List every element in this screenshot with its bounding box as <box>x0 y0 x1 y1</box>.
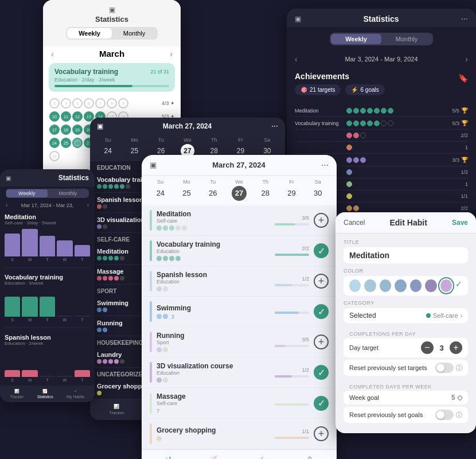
week-row-main: Su 24 Mo 25 Tu 26 We 27 Th 28 Fr 29 Sa 3… <box>142 176 337 205</box>
stat-dot <box>353 205 359 211</box>
stat-dot <box>374 108 380 114</box>
menu-icon: ▣ <box>6 175 11 181</box>
add-habit-btn[interactable]: + <box>314 426 329 441</box>
habit-stat-score: 3/3 <box>452 157 459 163</box>
category-selector[interactable]: Selected Self-care › <box>344 308 468 323</box>
nav-settings[interactable]: ⚙ Settings <box>300 456 319 459</box>
habit-stat-score: 1/2 <box>461 169 468 175</box>
check-habit-btn[interactable]: ✓ <box>314 304 329 319</box>
habits-icon: ✓ <box>74 389 77 394</box>
stat-dot <box>374 120 380 126</box>
color-option[interactable] <box>380 279 391 292</box>
stats-left-header: ▣ Statistics <box>0 169 95 186</box>
next-week-btn[interactable]: › <box>465 55 468 64</box>
tab-weekly-dark[interactable]: Weekly <box>331 34 381 44</box>
nav-myhabits[interactable]: ✓ My Habits <box>251 456 274 459</box>
chart-bar <box>40 236 55 256</box>
chart-bar <box>57 240 72 256</box>
stat-dot <box>346 169 352 175</box>
habit-stat-score: 5/3 <box>452 120 459 126</box>
day-cell: Mo 25 <box>174 179 200 202</box>
add-habit-btn[interactable]: + <box>314 213 329 228</box>
day-cell: Th 28 <box>252 179 279 202</box>
next-btn[interactable]: › <box>87 202 89 208</box>
add-habit-btn[interactable]: + <box>314 334 329 349</box>
save-button[interactable]: Save <box>452 219 468 227</box>
circle-dot: 7 <box>95 98 106 108</box>
day-cell-today[interactable]: We 27 <box>226 179 252 202</box>
habit-stat-row: Meditation 5/5 🏆 <box>295 104 468 117</box>
color-option[interactable] <box>410 279 422 292</box>
chart-bar <box>40 376 55 377</box>
meditation-section: Meditation Self-care · 3/day · 5/week S … <box>0 210 95 265</box>
stats-icon: 📈 <box>210 456 217 459</box>
category-label: CATEGORY <box>344 300 468 306</box>
date-nav-left: ‹ Mar 17, 2024 - Mar 23, › <box>0 200 95 210</box>
stat-dot <box>346 120 352 126</box>
calendar-icon: ▣ <box>150 161 157 169</box>
tab-monthly-dark[interactable]: Monthly <box>381 34 432 44</box>
cancel-button[interactable]: Cancel <box>344 219 365 227</box>
color-option-selected[interactable] <box>440 279 452 292</box>
stat-dot <box>353 108 359 114</box>
spanish-left-title: Spanish lesson <box>5 334 90 341</box>
stats-white-title: Statistics <box>51 15 173 24</box>
edit-habit-panel: Cancel Edit Habit Save TITLE Meditation … <box>335 212 476 433</box>
bookmark-icon: 🔖 <box>458 73 468 83</box>
divider <box>5 267 90 268</box>
reset-goals-toggle[interactable] <box>435 410 454 420</box>
next-month-btn[interactable]: › <box>170 49 173 59</box>
nav-statistics-left[interactable]: 📈 Statistics <box>37 389 53 399</box>
check-habit-btn[interactable]: ✓ <box>314 243 329 258</box>
options-icon: ⋯ <box>271 122 278 130</box>
prev-btn[interactable]: ‹ <box>6 202 7 208</box>
checkmark-icon: ✓ <box>455 279 462 292</box>
nav-tracker[interactable]: 📊 Tracker <box>109 404 124 415</box>
prev-month-btn[interactable]: ‹ <box>51 49 54 59</box>
habit-stat-score: 2/2 <box>461 205 468 211</box>
circle-dot: 26 <box>72 138 83 148</box>
circle-dot: 11 <box>61 111 71 122</box>
tab-monthly-white[interactable]: Monthly <box>112 28 157 38</box>
tracker-dark-header: ▣ March 27, 2024 ⋯ <box>90 118 285 135</box>
check-habit-btn[interactable]: ✓ <box>314 396 329 411</box>
add-habit-btn[interactable]: + <box>314 274 329 289</box>
color-option[interactable] <box>395 279 406 292</box>
stats-dark-title: Statistics <box>363 14 399 24</box>
achievements-title: Achievements <box>295 72 349 81</box>
tab-weekly-white[interactable]: Weekly <box>67 28 112 38</box>
nav-statistics[interactable]: 📈 Statistics <box>204 456 224 459</box>
day-cell: Mo 25 <box>121 137 147 159</box>
habit-name-field[interactable]: Meditation <box>344 247 468 263</box>
stat-dot <box>346 145 352 150</box>
chart-bar <box>75 370 90 377</box>
color-option[interactable] <box>364 279 376 292</box>
vocab-habit-title: Vocabulary training <box>54 68 118 76</box>
day-target-stepper: − 3 + <box>421 341 462 354</box>
date-range-left: Mar 17, 2024 - Mar 23, <box>21 203 74 208</box>
nav-myhabits-left[interactable]: ✓ My Habits <box>67 389 84 399</box>
color-option[interactable] <box>425 279 436 292</box>
habit-stat-score: 1/1 <box>461 193 468 199</box>
trophy-icon: 🏆 <box>461 107 468 114</box>
circle-dot: 6 <box>84 98 94 108</box>
chart-bar <box>57 316 72 317</box>
stat-dot <box>346 108 352 114</box>
color-option[interactable] <box>349 279 361 292</box>
info-icon: ⓘ <box>456 411 462 419</box>
reset-targets-toggle[interactable] <box>435 363 454 373</box>
tab-monthly-left[interactable]: Monthly <box>48 189 89 197</box>
check-habit-btn[interactable]: ✓ <box>314 365 329 380</box>
stat-dot <box>346 205 352 211</box>
goals-badge: ⚡ 6 goals <box>345 84 384 95</box>
circle-dot: 9 <box>118 98 128 108</box>
decrement-button[interactable]: − <box>421 341 434 354</box>
nav-tracker[interactable]: 📊 Tracker <box>159 456 177 459</box>
increment-button[interactable]: + <box>450 341 462 354</box>
stat-dot <box>388 120 393 126</box>
nav-tracker-left[interactable]: 📊 Tracker <box>10 389 24 399</box>
prev-week-btn[interactable]: ‹ <box>295 55 298 64</box>
settings-icon: ⚙ <box>307 456 312 459</box>
completions-header: COMPLETIONS PER DAY <box>344 328 468 338</box>
tab-weekly-left[interactable]: Weekly <box>6 189 48 197</box>
